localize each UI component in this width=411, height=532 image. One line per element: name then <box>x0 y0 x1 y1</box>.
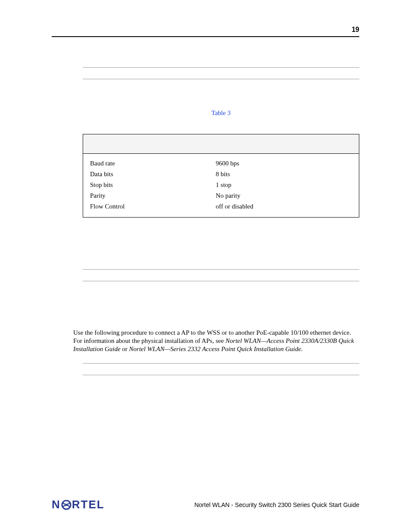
rule <box>83 269 359 270</box>
serial-settings-table: Baud rate 9600 bps Data bits 8 bits Stop… <box>83 134 359 218</box>
ap-connect-paragraph: Use the following procedure to connect a… <box>73 329 359 353</box>
setting-value: 9600 bps <box>216 160 352 167</box>
rule <box>83 67 359 68</box>
table-reference-link[interactable]: Table 3 <box>212 109 230 116</box>
setting-value: off or disabled <box>216 203 352 210</box>
top-rule <box>52 36 359 37</box>
table-header <box>83 134 359 154</box>
content-inner: Table 3 Baud rate 9600 bps Data bits 8 b… <box>83 67 359 281</box>
footer-doc-title: Nortel WLAN - Security Switch 2300 Serie… <box>194 501 359 508</box>
logo-text-left: N <box>52 498 61 511</box>
table-row: Parity No parity <box>83 190 359 201</box>
setting-name: Data bits <box>90 171 216 178</box>
table-row: Data bits 8 bits <box>83 169 359 180</box>
globe-icon <box>61 500 72 510</box>
nortel-logo: N RTEL <box>52 498 105 511</box>
table-reference-line: Table 3 <box>83 109 359 117</box>
setting-name: Flow Control <box>90 203 216 210</box>
page: 19 Table 3 Baud rate 9600 bps Data bits … <box>0 0 411 532</box>
page-number: 19 <box>352 26 359 34</box>
setting-name: Stop bits <box>90 181 216 189</box>
rule <box>83 363 359 364</box>
table-row: Flow Control off or disabled <box>83 201 359 212</box>
paragraph-mid: or <box>121 345 129 352</box>
setting-value: 8 bits <box>216 171 352 178</box>
setting-value: No parity <box>216 192 352 199</box>
setting-name: Parity <box>90 192 216 199</box>
citation-2: Nortel WLAN—Series 2332 Access Point Qui… <box>129 345 301 352</box>
lower-double-rules <box>83 363 359 375</box>
rule <box>83 375 359 375</box>
lower-inner <box>83 363 359 375</box>
setting-name: Baud rate <box>90 160 216 167</box>
table-row: Baud rate 9600 bps <box>83 158 359 169</box>
setting-value: 1 stop <box>216 181 352 189</box>
rule <box>83 281 359 281</box>
upper-double-rules <box>83 67 359 79</box>
table-row: Stop bits 1 stop <box>83 180 359 190</box>
logo-text-right: RTEL <box>72 498 105 511</box>
rule <box>83 79 359 79</box>
mid-double-rules <box>83 269 359 281</box>
paragraph-tail: . <box>301 345 303 352</box>
footer: N RTEL Nortel WLAN - Security Switch 230… <box>52 498 359 511</box>
table-body: Baud rate 9600 bps Data bits 8 bits Stop… <box>83 154 359 217</box>
